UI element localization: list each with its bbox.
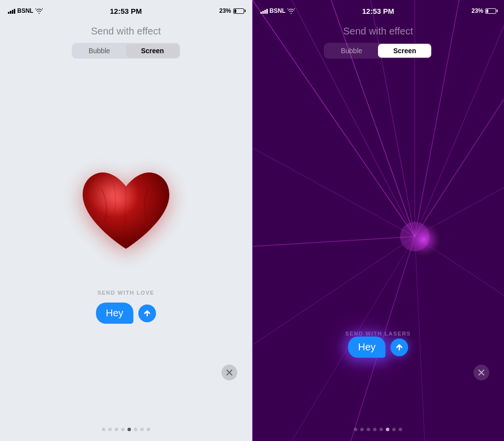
right-status-right: 23%: [472, 7, 496, 14]
right-dot-7: [392, 428, 396, 431]
left-dot-7: [140, 428, 144, 431]
right-dot-6-active: [386, 428, 389, 431]
left-close-button[interactable]: [221, 365, 237, 380]
left-signal-icon: [8, 8, 15, 14]
right-battery-pct: 23%: [472, 7, 483, 14]
right-phone-panel: BSNL 12:53 PM 23% Send with effect Bubbl…: [252, 0, 504, 441]
right-header: Send with effect: [252, 22, 504, 43]
right-dot-8: [399, 428, 402, 431]
left-title: Send with effect: [91, 26, 161, 36]
right-signal-icon: [260, 8, 268, 14]
left-message-row: Hey: [96, 303, 156, 324]
left-segment-control[interactable]: Bubble Screen: [72, 43, 180, 59]
left-dot-3: [115, 428, 118, 431]
left-dot-2: [108, 428, 112, 431]
left-carrier: BSNL: [17, 7, 33, 14]
right-page-dots: [252, 420, 504, 441]
left-content: SEND WITH LOVE Hey: [0, 59, 252, 420]
right-status-bar: BSNL 12:53 PM 23%: [252, 0, 504, 22]
right-status-left: BSNL: [260, 7, 295, 14]
left-header: Send with effect: [0, 22, 252, 43]
right-screen-tab[interactable]: Screen: [378, 44, 431, 58]
left-phone-panel: BSNL 12:53 PM 23% Send with effect Bubbl…: [0, 0, 252, 441]
right-message-row: Hey: [348, 337, 408, 358]
left-bubble-tab[interactable]: Bubble: [73, 44, 126, 58]
right-effect-label: SEND WITH LASERS: [346, 331, 411, 337]
right-time: 12:53 PM: [362, 7, 394, 15]
right-dot-5: [379, 428, 383, 431]
left-dot-1: [102, 428, 105, 431]
left-dot-5-active: [127, 428, 131, 431]
left-time: 12:53 PM: [110, 7, 142, 15]
left-screen-tab[interactable]: Screen: [126, 44, 179, 58]
right-message-bubble: Hey: [348, 337, 385, 358]
right-wifi-icon: [287, 8, 295, 14]
left-page-dots: [0, 420, 252, 441]
left-message-bubble: Hey: [96, 303, 133, 324]
right-content: SEND WITH LASERS Hey: [252, 59, 504, 420]
right-segment-control[interactable]: Bubble Screen: [324, 43, 432, 59]
left-battery-icon: [233, 8, 244, 14]
right-send-button[interactable]: [390, 339, 408, 356]
right-battery-icon: [485, 8, 496, 14]
right-dot-2: [360, 428, 364, 431]
right-carrier: BSNL: [270, 7, 286, 14]
left-wifi-icon: [35, 8, 43, 14]
right-dot-1: [354, 428, 357, 431]
left-battery-pct: 23%: [219, 7, 231, 14]
left-status-left: BSNL: [8, 7, 43, 14]
right-dot-3: [367, 428, 370, 431]
right-dot-4: [373, 428, 377, 431]
left-dot-4: [121, 428, 125, 431]
left-dot-6: [134, 428, 137, 431]
right-close-button[interactable]: [473, 365, 489, 380]
left-dot-8: [147, 428, 150, 431]
left-status-bar: BSNL 12:53 PM 23%: [0, 0, 252, 22]
left-effect-label: SEND WITH LOVE: [97, 290, 155, 296]
right-title: Send with effect: [343, 26, 413, 36]
left-send-button[interactable]: [138, 305, 156, 322]
left-heart-icon: [72, 162, 180, 260]
left-heart-container: [57, 147, 195, 275]
left-status-right: 23%: [219, 7, 244, 14]
right-bubble-tab[interactable]: Bubble: [325, 44, 378, 58]
